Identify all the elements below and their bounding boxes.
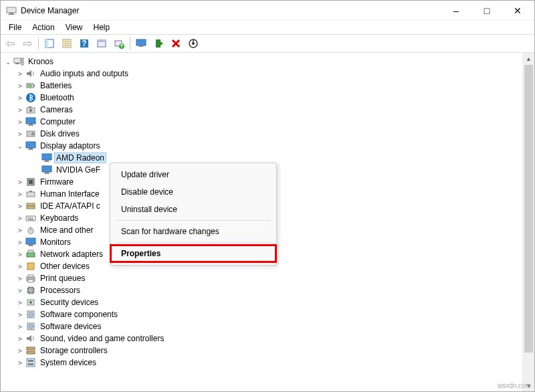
tree-node-label: Audio inputs and outputs xyxy=(38,68,130,79)
expand-icon[interactable]: > xyxy=(15,129,25,138)
help-button[interactable]: ? xyxy=(76,35,92,52)
expand-icon[interactable]: > xyxy=(15,274,25,283)
svg-rect-35 xyxy=(29,106,31,108)
expand-icon[interactable]: > xyxy=(15,69,25,78)
svg-rect-54 xyxy=(27,203,35,209)
tree-node-swdev[interactable]: >Software devices xyxy=(1,320,522,332)
svg-rect-44 xyxy=(42,154,51,160)
show-hide-tree-button[interactable] xyxy=(41,35,58,52)
ctx-properties[interactable]: Properties xyxy=(110,245,276,262)
collapse-icon[interactable]: ⌄ xyxy=(15,141,25,151)
svg-rect-43 xyxy=(28,149,33,150)
scroll-up-button[interactable]: ▲ xyxy=(523,53,534,64)
vertical-scrollbar[interactable]: ▲ ▼ xyxy=(523,53,534,391)
disk-icon xyxy=(25,128,37,139)
toolbar: ⇦ ⇨ ? + xyxy=(1,34,534,53)
disable-device-button[interactable] xyxy=(185,35,201,52)
back-button[interactable]: ⇦ xyxy=(2,35,18,52)
ctx-separator xyxy=(116,220,271,221)
menu-action[interactable]: Action xyxy=(27,21,60,33)
tree-node-label: Human Interface xyxy=(38,189,102,199)
minimize-button[interactable]: – xyxy=(441,1,471,21)
expand-icon[interactable]: > xyxy=(15,105,25,114)
expand-icon[interactable]: > xyxy=(15,213,25,223)
svg-point-24 xyxy=(192,42,195,45)
menu-view[interactable]: View xyxy=(60,21,88,33)
tree-node-sysdev[interactable]: >System devices xyxy=(1,357,522,369)
tree-node-swcomp[interactable]: >Software components xyxy=(1,308,522,320)
tree-node-bluetooth[interactable]: >Bluetooth xyxy=(1,92,522,104)
tree-node-label: IDE ATA/ATAPI c xyxy=(38,201,102,211)
expand-icon[interactable]: > xyxy=(15,81,25,90)
tree-node-batteries[interactable]: >Batteries xyxy=(1,80,522,92)
expand-icon[interactable]: > xyxy=(15,201,25,211)
context-menu: Update driver Disable device Uninstall d… xyxy=(110,163,277,266)
svg-marker-28 xyxy=(27,70,31,77)
expand-icon[interactable]: > xyxy=(15,250,25,259)
expand-icon[interactable]: > xyxy=(15,93,25,102)
chip-icon xyxy=(25,177,37,187)
enable-device-button[interactable] xyxy=(150,35,167,52)
disable-icon xyxy=(188,38,199,49)
arrow-left-icon: ⇦ xyxy=(5,37,15,50)
tree-node-display[interactable]: ⌄Display adaptors xyxy=(1,140,522,152)
properties-button[interactable] xyxy=(59,35,75,52)
expand-icon[interactable]: > xyxy=(15,334,25,343)
tree-node-sound[interactable]: >Sound, video and game controllers xyxy=(1,332,522,345)
tree-node-cameras[interactable]: >Cameras xyxy=(1,104,522,116)
action-button[interactable] xyxy=(94,35,110,52)
enable-icon xyxy=(153,38,164,49)
collapse-icon[interactable]: ⌄ xyxy=(3,57,13,66)
scan-hardware-button[interactable] xyxy=(133,35,149,52)
tree-node-storage[interactable]: >Storage controllers xyxy=(1,345,522,357)
network-icon xyxy=(25,249,37,260)
svg-rect-17 xyxy=(139,45,143,47)
expand-icon[interactable]: > xyxy=(15,117,25,126)
svg-point-34 xyxy=(29,109,33,112)
expand-icon[interactable]: > xyxy=(15,310,25,319)
ctx-uninstall-device[interactable]: Uninstall device xyxy=(110,201,276,218)
ctx-disable-device[interactable]: Disable device xyxy=(110,183,276,201)
tree-node-label: Other devices xyxy=(38,261,92,272)
menu-help[interactable]: Help xyxy=(88,21,116,33)
svg-rect-47 xyxy=(42,166,51,172)
ctx-scan-hardware[interactable]: Scan for hardware changes xyxy=(110,223,276,240)
svg-rect-52 xyxy=(27,192,35,197)
close-button[interactable]: ✕ xyxy=(502,1,533,21)
tree-node-processors[interactable]: >Processors xyxy=(1,284,522,296)
expand-icon[interactable]: > xyxy=(15,346,25,355)
window-title: Device Manager xyxy=(21,6,441,15)
svg-rect-41 xyxy=(26,142,35,148)
app-icon xyxy=(6,5,17,16)
svg-rect-36 xyxy=(26,118,35,124)
expand-icon[interactable]: > xyxy=(15,237,25,247)
expand-icon[interactable]: > xyxy=(15,298,25,307)
tree-node-diskdrives[interactable]: >Disk drives xyxy=(1,128,522,140)
expand-icon[interactable]: > xyxy=(15,225,25,235)
tree-node-print[interactable]: >Print queues xyxy=(1,272,522,284)
monitor-icon xyxy=(41,153,53,163)
svg-rect-26 xyxy=(21,58,23,65)
tree-root-kronos[interactable]: ⌄Kronos xyxy=(1,56,522,68)
expand-icon[interactable]: > xyxy=(15,286,25,295)
scroll-thumb[interactable] xyxy=(524,65,533,353)
menu-file[interactable]: File xyxy=(3,21,27,33)
tree-node-security[interactable]: >Security devices xyxy=(1,296,522,308)
expand-icon[interactable]: > xyxy=(15,358,25,367)
expand-icon[interactable]: > xyxy=(15,322,25,331)
expand-icon[interactable]: > xyxy=(15,262,25,271)
tree-node-computer[interactable]: >Computer xyxy=(1,116,522,128)
uninstall-device-button[interactable] xyxy=(168,35,184,52)
svg-rect-60 xyxy=(31,217,33,219)
delete-icon xyxy=(171,38,181,49)
tree-node-label: AMD Radeon xyxy=(54,153,106,163)
maximize-button[interactable]: □ xyxy=(471,1,502,21)
update-driver-button[interactable]: + xyxy=(111,35,127,52)
tree-node-audio[interactable]: >Audio inputs and outputs xyxy=(1,68,522,80)
expand-icon[interactable]: > xyxy=(15,189,25,199)
ctx-update-driver[interactable]: Update driver xyxy=(110,166,276,183)
svg-rect-69 xyxy=(27,263,34,270)
forward-button[interactable]: ⇨ xyxy=(19,35,35,52)
expand-icon[interactable]: > xyxy=(15,177,25,187)
printer-icon xyxy=(25,273,37,284)
